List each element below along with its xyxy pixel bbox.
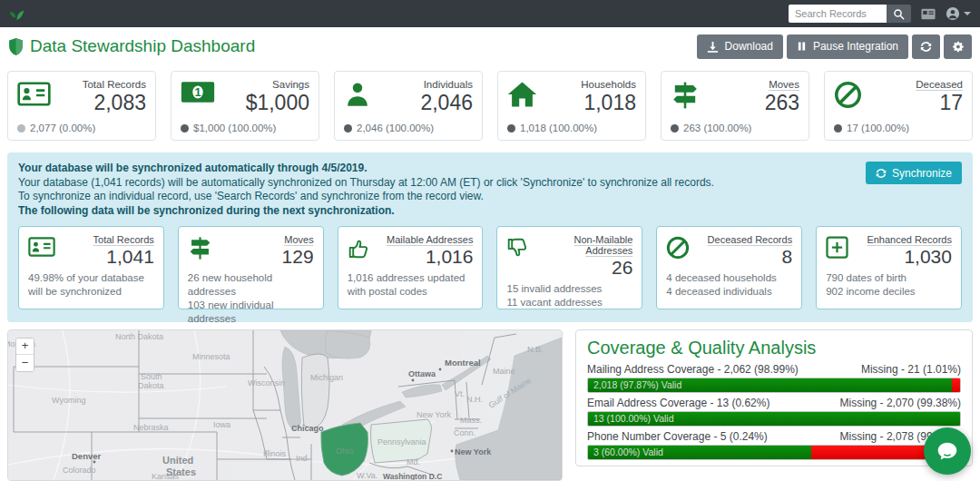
download-button[interactable]: Download: [697, 34, 783, 59]
coverage-valid-segment: 3 (60.00%) Valid: [588, 446, 811, 459]
status-dot: [181, 124, 189, 133]
refresh-icon: [920, 41, 932, 53]
map-label: N.H.: [466, 395, 483, 404]
map-label: Michigan: [310, 373, 343, 382]
map-canvas[interactable]: MontanaNorth DakotaMinnesotaSouthDakotaW…: [8, 330, 562, 480]
plus-square-icon: [826, 236, 848, 262]
map-label: Illinois: [263, 449, 287, 458]
sync-card-value: 1,016: [387, 246, 473, 267]
download-label: Download: [725, 40, 773, 53]
map-zoom-control: + −: [15, 338, 34, 372]
map-label: Pennsylvania: [377, 437, 426, 447]
sync-card-value: 1,041: [93, 246, 154, 267]
map-zoom-in-button[interactable]: +: [16, 339, 34, 355]
search-button[interactable]: [887, 5, 911, 23]
search-input[interactable]: [789, 5, 887, 23]
sync-card-desc: 15 invalid addresses: [506, 282, 632, 296]
map-label: W.Va.: [357, 471, 377, 480]
map-label: States: [166, 466, 196, 477]
id-card-icon: [17, 81, 51, 111]
sync-card-desc: 4 deceased individuals: [666, 285, 792, 299]
map-label: Ohio: [336, 447, 353, 456]
refresh-icon: [876, 168, 887, 179]
coverage-valid-segment: 2,018 (97.87%) Valid: [588, 378, 952, 392]
sync-card-mailable: Mailable Addresses 1,016 1,016 addresses…: [338, 226, 484, 309]
stats-row: Total Records 2,083 2,077 (0.00%) 1 Savi…: [0, 65, 980, 150]
coverage-missing-label: Missing - 2,070 (99.38%): [840, 397, 961, 409]
refresh-button[interactable]: [912, 34, 940, 59]
sync-card-desc: 26 new household addresses: [188, 271, 314, 299]
map-label: Nebraska: [133, 423, 169, 432]
stat-sub-label: 17 (100.00%): [847, 123, 909, 133]
sync-card-value: 129: [282, 246, 314, 267]
map-label: Chicago: [291, 424, 324, 433]
map-label: Dakota: [138, 381, 164, 390]
map-label: Washington D.C: [383, 472, 442, 480]
map-label: South: [141, 372, 162, 381]
page-title: Data Stewardship Dashboard: [30, 36, 255, 56]
stat-subtext: 263 (100.00%): [671, 123, 799, 133]
coverage-row-labels: Email Address Coverage - 13 (0.62%) Miss…: [587, 397, 961, 409]
pause-integration-button[interactable]: Pause Integration: [787, 34, 908, 59]
sync-card-label: Enhanced Records: [867, 234, 952, 245]
coverage-label: Phone Number Coverage - 5 (0.24%): [587, 430, 768, 443]
map-label: Conn.: [454, 428, 475, 437]
ban-icon: [666, 236, 690, 263]
id-card-icon: [921, 8, 936, 20]
signpost-icon: [671, 81, 700, 113]
id-card-icon: [28, 236, 55, 261]
stat-value: 1,018: [581, 92, 636, 114]
sync-subheadline: The following data will be synchronized …: [18, 204, 962, 218]
user-menu[interactable]: [946, 6, 971, 21]
synchronize-button[interactable]: Synchronize: [866, 162, 962, 184]
map-label: Wisconsin: [248, 378, 285, 388]
stat-sub-label: 2,046 (100.00%): [357, 123, 434, 133]
map-label: N.B.: [527, 345, 544, 354]
stat-label: Total Records: [83, 79, 146, 91]
stat-card-households: Households 1,018 1,018 (100.00%): [497, 71, 646, 141]
map-label: Wyoming: [52, 396, 85, 405]
coverage-row-labels: Phone Number Coverage - 5 (0.24%) Missin…: [587, 430, 961, 443]
sync-card-deceased: Deceased Records 8 4 deceased households…: [656, 226, 802, 309]
stat-label: Savings: [246, 79, 309, 91]
sync-card-desc: 902 income deciles: [826, 285, 952, 299]
stat-subtext: $1,000 (100.00%): [181, 123, 309, 133]
stat-sub-label: $1,000 (100.00%): [193, 123, 276, 133]
chat-widget-button[interactable]: [924, 427, 971, 475]
pause-label: Pause Integration: [813, 40, 898, 53]
map-label: Ind.: [296, 454, 309, 463]
stat-label: Deceased: [916, 79, 963, 91]
map-label: New York: [455, 447, 492, 456]
stat-card-deceased: Deceased 17 17 (100.00%): [824, 71, 973, 141]
pause-icon: [797, 41, 807, 52]
stat-sub-label: 263 (100.00%): [683, 123, 751, 133]
settings-button[interactable]: [944, 34, 972, 59]
thumbs-up-icon: [348, 236, 372, 264]
download-icon: [707, 41, 719, 53]
record-card-button[interactable]: [921, 8, 936, 20]
map-label: Ottawa: [408, 369, 436, 378]
money-bill-icon: 1: [181, 81, 215, 107]
map-label: Montreal: [445, 358, 481, 368]
map-label: Denver: [72, 451, 102, 461]
brand-leaf-logo[interactable]: [9, 6, 24, 22]
stat-value: 2,046: [420, 92, 473, 114]
sync-card-desc: 4 deceased households: [666, 271, 792, 285]
leaf-icon: [9, 6, 24, 22]
ban-icon: [834, 81, 862, 113]
coverage-valid-segment: 13 (100.00%) Valid: [588, 412, 960, 426]
coverage-missing-label: Missing - 21 (1.01%): [861, 363, 961, 376]
sync-card-label: Moves: [282, 234, 314, 245]
status-dot: [344, 124, 352, 133]
map-zoom-out-button[interactable]: −: [16, 355, 34, 371]
status-dot: [834, 124, 842, 133]
bottom-section: + −: [0, 322, 980, 481]
sync-card-moves: Moves 129 26 new household addresses 103…: [178, 226, 324, 309]
sync-card-desc: 790 dates of birth: [826, 271, 952, 285]
signpost-icon: [188, 236, 212, 264]
records-map[interactable]: + −: [7, 329, 563, 481]
sync-card-desc: 49.98% of your database will be synchron…: [28, 271, 154, 299]
map-label: Minnesota: [192, 352, 230, 361]
stat-label: Moves: [765, 79, 799, 91]
sync-cards-row: Total Records 1,041 49.98% of your datab…: [18, 226, 962, 309]
